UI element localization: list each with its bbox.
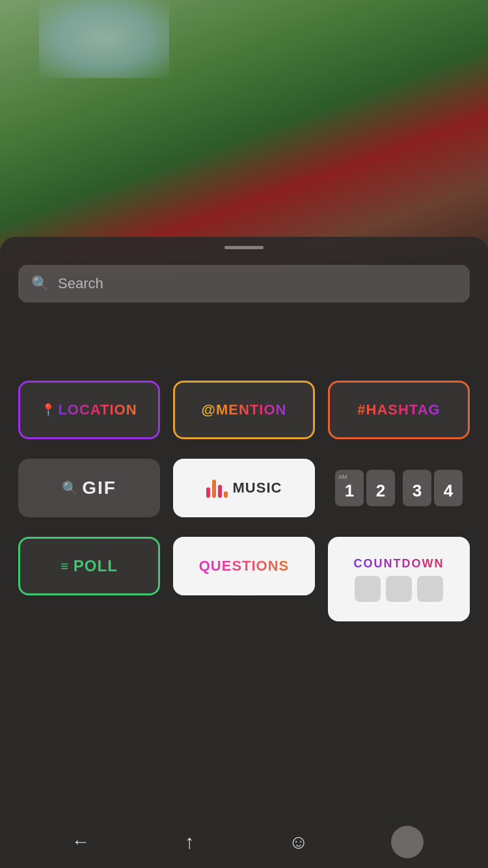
gif-label: GIF <box>82 478 116 498</box>
drag-handle[interactable] <box>224 246 264 249</box>
min-ones: 4 <box>444 481 453 501</box>
profile-circle[interactable] <box>391 826 424 858</box>
am-label: AM <box>338 474 347 480</box>
sticker-icon: ☺ <box>288 831 308 853</box>
hashtag-label: #HASHTAG <box>357 401 440 418</box>
gif-search-icon: 🔍 <box>62 480 78 496</box>
hour-tens: 1 <box>345 481 354 501</box>
time-sticker[interactable]: AM 1 2 3 4 <box>328 459 470 517</box>
time-digit-3: 3 <box>403 470 431 506</box>
poll-label: POLL <box>74 557 118 575</box>
location-label: LOCATION <box>58 401 137 418</box>
music-sticker[interactable]: MUSIC <box>173 459 315 517</box>
bottom-navigation: ← ↑ ☺ <box>0 816 488 868</box>
questions-sticker[interactable]: QUESTIONS <box>173 537 315 595</box>
hashtag-sticker[interactable]: #HASHTAG <box>328 381 470 439</box>
sticker-grid: 📍 LOCATION @MENTION #HASHTAG 🔍 GIF MUSIC <box>0 342 488 621</box>
share-button[interactable]: ↑ <box>173 826 206 858</box>
gif-sticker[interactable]: 🔍 GIF <box>18 459 160 517</box>
mention-label: @MENTION <box>202 401 287 418</box>
time-digit-4: 4 <box>434 470 463 506</box>
min-tens: 3 <box>413 481 422 501</box>
time-minute-group: 3 4 <box>403 470 463 506</box>
poll-sticker[interactable]: ≡ POLL <box>18 537 160 595</box>
time-hour-group: AM 1 2 <box>335 470 395 506</box>
search-bar[interactable]: 🔍 Search <box>18 265 470 303</box>
hour-ones: 2 <box>376 481 385 501</box>
recently-used-section <box>0 303 488 342</box>
background-photo <box>0 0 488 273</box>
questions-label: QUESTIONS <box>199 558 290 575</box>
mention-sticker[interactable]: @MENTION <box>173 381 315 439</box>
back-arrow-icon: ← <box>72 832 90 852</box>
search-icon: 🔍 <box>31 275 49 292</box>
sticker-button[interactable]: ☺ <box>282 826 315 858</box>
countdown-block-1 <box>355 576 381 602</box>
countdown-block-2 <box>386 576 412 602</box>
time-digit-2: 2 <box>366 470 395 506</box>
pin-icon: 📍 <box>41 403 55 417</box>
countdown-block-3 <box>417 576 443 602</box>
poll-icon: ≡ <box>61 559 68 574</box>
sticker-picker-sheet: 🔍 Search 📍 LOCATION @MENTION #HASHTAG 🔍 … <box>0 237 488 868</box>
time-digit-1: AM 1 <box>335 470 364 506</box>
countdown-blocks <box>355 576 443 602</box>
share-icon: ↑ <box>185 831 195 853</box>
music-label: MUSIC <box>233 480 282 496</box>
back-button[interactable]: ← <box>64 826 97 858</box>
location-sticker[interactable]: 📍 LOCATION <box>18 381 160 439</box>
search-placeholder: Search <box>58 275 103 292</box>
music-bars-icon <box>206 478 228 498</box>
countdown-sticker[interactable]: COUNTDOWN <box>328 537 470 621</box>
countdown-label: COUNTDOWN <box>354 557 444 571</box>
